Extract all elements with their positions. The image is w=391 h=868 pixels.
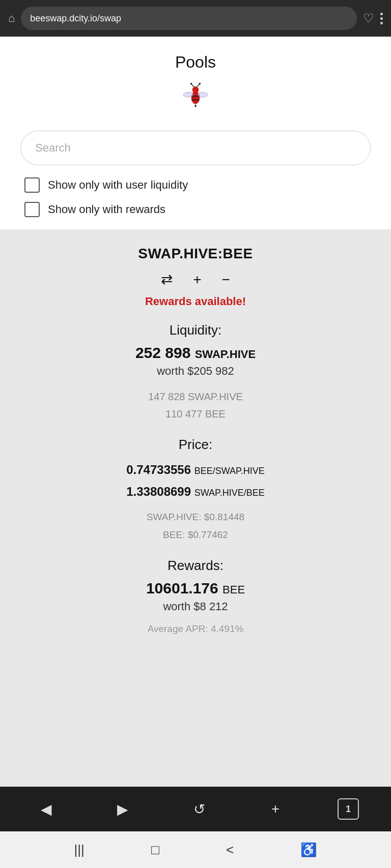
price-row-2: 1.33808699 SWAP.HIVE/BEE	[126, 481, 265, 502]
pool-actions: ⇄ + −	[161, 271, 230, 288]
liquidity-amount: 252 898 SWAP.HIVE	[135, 344, 256, 362]
svg-point-0	[191, 91, 200, 104]
svg-line-2	[191, 84, 194, 87]
liquidity-worth: worth $205 982	[157, 365, 234, 378]
back-button[interactable]: ◀	[32, 795, 61, 823]
rewards-available-label: Rewards available!	[145, 295, 246, 308]
refresh-button[interactable]: ↺	[185, 795, 213, 823]
apr-text: Average APR: 4.491%	[148, 623, 244, 635]
liquidity-detail: 147 828 SWAP.HIVE 110 477 BEE	[148, 388, 243, 423]
rewards-amount: 10601.176 BEE	[146, 580, 245, 597]
svg-point-1	[192, 86, 199, 93]
browser-menu-icon[interactable]	[380, 13, 383, 24]
pool-card: SWAP.HIVE:BEE ⇄ + − Rewards available! L…	[0, 229, 391, 787]
browser-chrome: ⌂ beeswap.dcity.io/swap ♡	[0, 0, 391, 37]
liquidity-filter-row: Show only with user liquidity	[24, 177, 367, 193]
search-container	[0, 131, 391, 177]
system-back-button[interactable]: <	[226, 842, 234, 858]
price-detail: SWAP.HIVE: $0.81448 BEE: $0.77462	[147, 508, 244, 543]
remove-liquidity-icon[interactable]: −	[222, 272, 230, 288]
rewards-filter-row: Show only with rewards	[24, 202, 367, 217]
svg-point-3	[190, 83, 192, 85]
price-row-1: 0.74733556 BEE/SWAP.HIVE	[126, 459, 265, 481]
search-input[interactable]	[20, 131, 371, 165]
page-title: Pools	[175, 53, 216, 72]
system-accessibility-button[interactable]: ♿	[300, 842, 317, 858]
svg-rect-9	[191, 99, 199, 101]
page-header: Pools	[0, 37, 391, 131]
forward-button[interactable]: ▶	[108, 795, 137, 823]
pool-name: SWAP.HIVE:BEE	[138, 246, 253, 262]
add-liquidity-icon[interactable]: +	[193, 272, 201, 288]
price-label: Price:	[179, 437, 212, 453]
price-section: 0.74733556 BEE/SWAP.HIVE 1.33808699 SWAP…	[126, 459, 265, 502]
rewards-filter-label: Show only with rewards	[48, 203, 165, 216]
svg-rect-8	[191, 96, 199, 98]
url-bar[interactable]: beeswap.dcity.io/swap	[21, 7, 357, 30]
system-nav-bar: ||| □ < ♿	[0, 831, 391, 868]
rewards-checkbox[interactable]	[24, 202, 40, 217]
page-content: Pools Show only with us	[0, 37, 391, 787]
liquidity-checkbox[interactable]	[24, 177, 40, 193]
new-tab-button[interactable]: +	[261, 795, 290, 823]
bookmark-icon[interactable]: ♡	[363, 11, 374, 25]
svg-marker-10	[194, 104, 197, 107]
rewards-label: Rewards:	[167, 558, 224, 574]
svg-line-4	[197, 84, 200, 87]
svg-point-5	[199, 83, 201, 85]
url-text: beeswap.dcity.io/swap	[30, 13, 121, 24]
filters-container: Show only with user liquidity Show only …	[0, 177, 391, 229]
tabs-button[interactable]: 1	[338, 798, 359, 820]
browser-nav-bar: ◀ ▶ ↺ + 1	[0, 787, 391, 831]
home-icon[interactable]: ⌂	[8, 12, 15, 25]
swap-icon[interactable]: ⇄	[161, 271, 173, 288]
bee-logo	[181, 82, 210, 110]
system-menu-button[interactable]: |||	[74, 842, 85, 858]
liquidity-filter-label: Show only with user liquidity	[48, 178, 188, 192]
system-home-button[interactable]: □	[151, 842, 159, 858]
liquidity-label: Liquidity:	[170, 322, 222, 338]
rewards-worth: worth $8 212	[163, 600, 228, 613]
